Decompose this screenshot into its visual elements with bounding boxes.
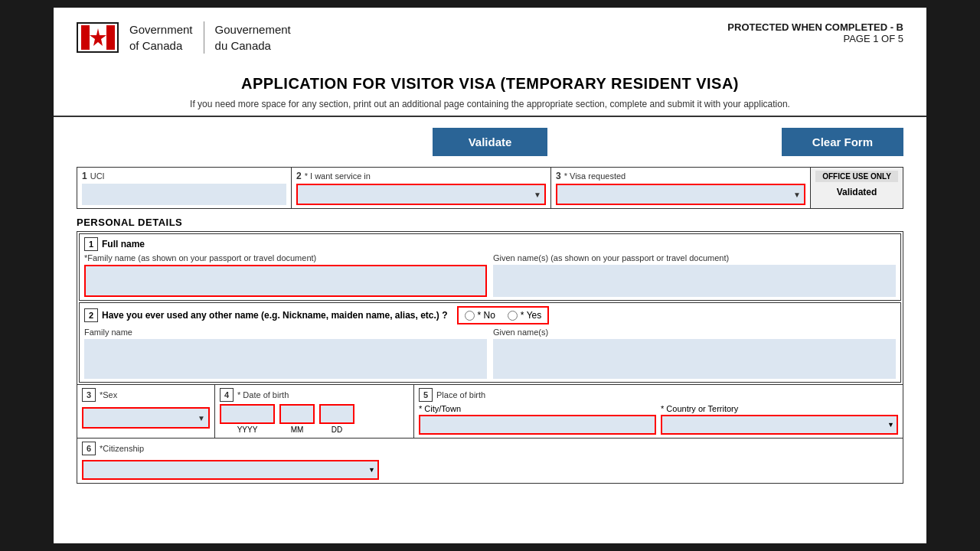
sex-label: *Sex xyxy=(100,390,117,399)
svg-rect-1 xyxy=(81,25,90,50)
visa-select[interactable] xyxy=(556,184,805,205)
citizenship-num: 6 xyxy=(82,442,96,455)
other-name-row: 2 Have you ever used any other name (e.g… xyxy=(79,302,901,383)
dob-mm-input[interactable] xyxy=(279,404,315,424)
sex-select-wrapper xyxy=(82,407,210,429)
subtitle-text: If you need more space for any section, … xyxy=(77,99,903,109)
no-radio[interactable] xyxy=(465,311,475,321)
sex-select[interactable] xyxy=(82,407,210,429)
page-title: APPLICATION FOR VISITOR VISA (TEMPORARY … xyxy=(77,75,903,93)
citizenship-select[interactable] xyxy=(82,460,379,480)
gov-fr-text: Gouvernement du Canada xyxy=(204,21,291,54)
dob-field: 4 * Date of birth YYYY MM DD xyxy=(215,385,414,438)
validated-label: Validated xyxy=(815,184,898,201)
button-row: Validate Clear Form xyxy=(54,117,926,167)
citizenship-label: *Citizenship xyxy=(100,444,144,453)
place-of-birth-field: 5 Place of birth * City/Town * Country o… xyxy=(414,385,903,438)
dob-mm-group: MM xyxy=(279,404,315,434)
family-name-input[interactable] xyxy=(84,265,487,297)
uci-field: 1 UCI xyxy=(77,168,292,208)
uci-num: 1 xyxy=(82,171,87,181)
yes-radio[interactable] xyxy=(508,311,518,321)
other-family-label: Family name xyxy=(84,328,487,337)
fullname-row: 1 Full name *Family name (as shown on yo… xyxy=(79,233,901,301)
service-select[interactable] xyxy=(296,184,546,205)
citizenship-select-wrapper xyxy=(82,460,379,480)
other-name-num: 2 xyxy=(84,308,98,322)
validate-button[interactable]: Validate xyxy=(433,128,547,156)
other-given-label: Given name(s) xyxy=(493,328,896,337)
clear-form-button[interactable]: Clear Form xyxy=(782,128,903,156)
dob-num: 4 xyxy=(220,388,234,402)
family-name-label: *Family name (as shown on your passport … xyxy=(84,253,487,262)
service-label: * I want service in xyxy=(305,171,371,181)
visa-field: 3 * Visa requested xyxy=(551,168,811,208)
place-label: Place of birth xyxy=(436,390,485,399)
country-label: * Country or Territory xyxy=(661,404,898,413)
dob-inputs: YYYY MM DD xyxy=(220,404,409,434)
visa-label: * Visa requested xyxy=(564,171,626,181)
given-name-label: Given name(s) (as shown on your passport… xyxy=(493,253,896,262)
country-select-wrapper xyxy=(661,415,898,435)
other-family-input[interactable] xyxy=(84,339,487,379)
service-num: 2 xyxy=(296,171,302,181)
given-name-input[interactable] xyxy=(493,265,896,297)
visa-num: 3 xyxy=(556,171,561,181)
dob-dd-group: DD xyxy=(319,404,354,434)
uci-input[interactable] xyxy=(82,184,286,205)
gov-en-text: Government of Canada xyxy=(129,21,193,54)
service-field: 2 * I want service in xyxy=(292,168,551,208)
other-name-label-row: 2 Have you ever used any other name (e.g… xyxy=(84,308,448,322)
citizenship-row: 6 *Citizenship xyxy=(77,439,903,484)
fullname-label: 1 Full name xyxy=(84,237,896,251)
dob-dd-input[interactable] xyxy=(319,404,354,424)
logo-area: Government of Canada Gouvernement du Can… xyxy=(77,21,291,54)
office-use-cell: OFFICE USE ONLY Validated xyxy=(811,168,903,208)
protected-text: PROTECTED WHEN COMPLETED - B PAGE 1 OF 5 xyxy=(727,21,903,44)
place-inputs: * City/Town * Country or Territory xyxy=(419,404,898,435)
sex-field: 3 *Sex xyxy=(77,385,215,438)
personal-details-table: 1 Full name *Family name (as shown on yo… xyxy=(77,231,903,385)
office-use-label: OFFICE USE ONLY xyxy=(815,171,898,182)
dob-yyyy-input[interactable] xyxy=(220,404,275,424)
other-name-radio-group: * No * Yes xyxy=(457,306,550,324)
canada-flag-icon xyxy=(77,22,119,53)
visa-select-wrapper xyxy=(556,184,805,205)
no-option[interactable]: * No xyxy=(465,310,495,321)
service-select-wrapper xyxy=(296,184,546,205)
main-page: Government of Canada Gouvernement du Can… xyxy=(54,8,926,543)
dob-yyyy-group: YYYY xyxy=(220,404,275,434)
citizenship-field: 6 *Citizenship xyxy=(77,439,384,483)
yes-option[interactable]: * Yes xyxy=(508,310,541,321)
personal-details-header: PERSONAL DETAILS xyxy=(77,217,903,228)
header: Government of Canada Gouvernement du Can… xyxy=(54,8,926,61)
uci-label: UCI xyxy=(90,171,105,181)
svg-rect-2 xyxy=(106,25,115,50)
other-given-input[interactable] xyxy=(493,339,896,379)
title-section: APPLICATION FOR VISITOR VISA (TEMPORARY … xyxy=(54,61,926,117)
bottom-fields-row: 3 *Sex 4 * Date of birth xyxy=(77,385,903,439)
top-fields-row: 1 UCI 2 * I want service in xyxy=(77,167,903,209)
city-label: * City/Town xyxy=(419,404,656,413)
fullname-num: 1 xyxy=(84,237,98,251)
country-select[interactable] xyxy=(661,415,898,435)
dob-label: * Date of birth xyxy=(237,390,289,399)
place-num: 5 xyxy=(419,388,433,402)
form-area: 1 UCI 2 * I want service in xyxy=(54,167,926,484)
sex-num: 3 xyxy=(82,388,96,402)
city-input[interactable] xyxy=(419,415,656,435)
